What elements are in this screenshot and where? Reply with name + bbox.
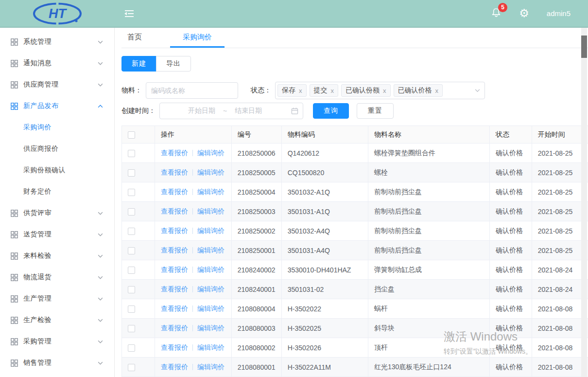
status-tag: 已确认价格 x — [394, 84, 443, 97]
row-checkbox[interactable] — [128, 228, 135, 235]
edit-inquiry-link[interactable]: 编辑询价 — [197, 149, 225, 157]
view-quote-link[interactable]: 查看报价 — [161, 343, 188, 351]
edit-inquiry-link[interactable]: 编辑询价 — [197, 363, 225, 371]
sidebar-item[interactable]: 供货评审 — [0, 202, 114, 224]
sidebar-item[interactable]: 供应商管理 — [0, 74, 114, 95]
table-row: 查看报价编辑询价 2108250002 3501032-A4Q 前制动前挡尘盘 … — [122, 221, 588, 241]
reset-button[interactable]: 重置 — [357, 103, 394, 119]
sidebar-item[interactable]: 来料检验 — [0, 245, 114, 267]
sidebar-subitem[interactable]: 采购份额确认 — [0, 160, 114, 181]
view-quote-link[interactable]: 查看报价 — [161, 168, 188, 176]
row-number: 2108080001 — [231, 358, 281, 377]
view-quote-link[interactable]: 查看报价 — [161, 324, 188, 332]
view-quote-link[interactable]: 查看报价 — [161, 188, 188, 196]
search-button[interactable]: 查询 — [313, 103, 349, 119]
header-start-time: 开始时间 — [532, 126, 588, 144]
row-checkbox[interactable] — [128, 267, 135, 274]
sidebar: 系统管理 通知消息 供应商管理 — [0, 28, 115, 377]
notification-badge: 5 — [498, 3, 507, 12]
view-quote-link[interactable]: 查看报价 — [161, 246, 188, 254]
edit-inquiry-link[interactable]: 编辑询价 — [197, 343, 225, 351]
sidebar-item[interactable]: 销售管理 — [0, 352, 114, 374]
material-input[interactable] — [146, 82, 238, 99]
scrollbar-track[interactable] — [581, 28, 587, 377]
row-number: 2108240002 — [231, 260, 281, 280]
row-checkbox[interactable] — [128, 247, 135, 254]
sidebar-item[interactable]: 通知消息 — [0, 53, 114, 74]
row-material-name: 前制动后挡尘盘 — [368, 202, 490, 221]
cell-operation: 查看报价编辑询价 — [155, 241, 231, 260]
edit-inquiry-link[interactable]: 编辑询价 — [197, 305, 225, 312]
sidebar-subitem[interactable]: 供应商报价 — [0, 138, 114, 160]
row-checkbox[interactable] — [128, 325, 135, 332]
chevron-down-icon — [97, 296, 104, 302]
cell-operation: 查看报价编辑询价 — [155, 202, 231, 221]
sidebar-subitem-label: 供应商报价 — [23, 144, 59, 153]
tab-purchase-inquiry[interactable]: 采购询价 — [170, 28, 225, 48]
tag-close-icon[interactable]: x — [383, 87, 386, 94]
edit-inquiry-link[interactable]: 编辑询价 — [197, 188, 225, 196]
edit-inquiry-link[interactable]: 编辑询价 — [197, 246, 225, 254]
row-start-date: 2021-08-25 — [532, 202, 588, 221]
row-checkbox[interactable] — [128, 169, 135, 177]
row-checkbox[interactable] — [128, 189, 135, 196]
view-quote-link[interactable]: 查看报价 — [161, 363, 188, 371]
row-checkbox[interactable] — [128, 208, 135, 215]
cell-operation: 查看报价编辑询价 — [155, 299, 231, 319]
row-checkbox[interactable] — [128, 305, 135, 313]
tag-close-icon[interactable]: x — [435, 87, 439, 94]
logo[interactable]: HT — [0, 2, 115, 25]
select-all-checkbox[interactable] — [128, 131, 135, 139]
sidebar-item[interactable]: 生产管理 — [0, 288, 114, 309]
sidebar-item[interactable]: 采购管理 — [0, 331, 114, 352]
table-row: 查看报价编辑询价 2108250006 Q1420612 螺栓弹簧垫圈组合件 确… — [122, 144, 588, 163]
row-checkbox[interactable] — [128, 286, 135, 293]
status-select[interactable]: 保存 x 提交 x 已确认份额 x 已确认价格 x — [275, 82, 485, 99]
edit-inquiry-link[interactable]: 编辑询价 — [197, 285, 225, 293]
view-quote-link[interactable]: 查看报价 — [161, 207, 188, 215]
edit-inquiry-link[interactable]: 编辑询价 — [197, 324, 225, 332]
collapse-menu-icon[interactable] — [123, 9, 135, 18]
row-checkbox[interactable] — [128, 344, 135, 352]
view-quote-link[interactable]: 查看报价 — [161, 149, 188, 157]
sidebar-item[interactable]: 送货管理 — [0, 224, 114, 245]
chevron-down-icon[interactable] — [474, 88, 481, 94]
end-date-placeholder: 结束日期 — [235, 107, 262, 115]
sidebar-item[interactable]: 系统管理 — [0, 31, 114, 53]
grid-icon — [11, 210, 18, 217]
sidebar-subitem[interactable]: 财务定价 — [0, 181, 114, 202]
chevron-down-icon — [97, 39, 104, 45]
export-button[interactable]: 导出 — [156, 56, 191, 72]
tag-close-icon[interactable]: x — [331, 87, 334, 94]
gear-icon[interactable]: ⚙ — [519, 8, 529, 19]
tag-close-icon[interactable]: x — [299, 87, 302, 94]
sidebar-item[interactable]: 物流退货 — [0, 267, 114, 288]
edit-inquiry-link[interactable]: 编辑询价 — [197, 227, 225, 234]
sidebar-item[interactable]: 生产检验 — [0, 309, 114, 331]
edit-inquiry-link[interactable]: 编辑询价 — [197, 168, 225, 176]
toolbar: 新建 导出 — [121, 56, 588, 72]
row-checkbox[interactable] — [128, 364, 135, 371]
view-quote-link[interactable]: 查看报价 — [161, 305, 188, 312]
sidebar-subitem[interactable]: 采购询价 — [0, 117, 114, 138]
view-quote-link[interactable]: 查看报价 — [161, 266, 188, 273]
table-row: 查看报价编辑询价 2108080002 H-3502026 顶杆 确认价格 20… — [122, 338, 588, 358]
row-status: 确认价格 — [490, 163, 532, 182]
sidebar-item[interactable]: 新产品发布 — [0, 95, 114, 117]
edit-inquiry-link[interactable]: 编辑询价 — [197, 266, 225, 273]
notification-bell-icon[interactable]: 5 — [491, 7, 502, 19]
tab-home[interactable]: 首页 — [121, 28, 148, 48]
username[interactable]: admin5 — [547, 9, 571, 18]
view-quote-link[interactable]: 查看报价 — [161, 227, 188, 234]
sidebar-submenu: 采购询价 供应商报价 采购份额确认 财务定价 — [0, 117, 114, 202]
date-range-picker[interactable]: 开始日期 ~ 结束日期 — [159, 103, 303, 119]
edit-inquiry-link[interactable]: 编辑询价 — [197, 207, 225, 215]
row-checkbox[interactable] — [128, 150, 135, 157]
table-wrap: 操作 编号 物料编码 物料名称 状态 开始时间 查看报价编辑询价 2108250… — [121, 126, 588, 377]
status-tag-label: 已确认份额 — [346, 86, 380, 95]
new-button[interactable]: 新建 — [121, 56, 156, 72]
view-quote-link[interactable]: 查看报价 — [161, 285, 188, 293]
cell-checkbox — [122, 182, 155, 202]
svg-text:HT: HT — [49, 6, 67, 21]
scrollbar-thumb[interactable] — [581, 36, 587, 58]
